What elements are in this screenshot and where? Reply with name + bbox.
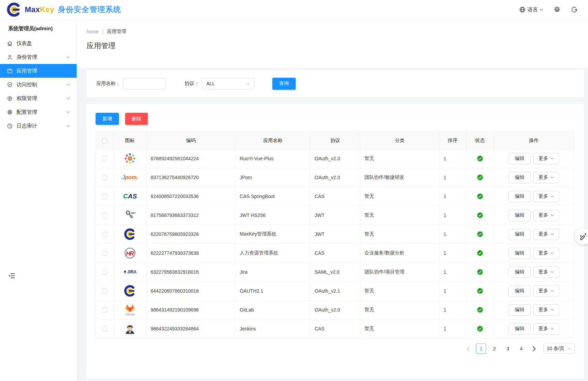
page-title: 应用管理: [87, 41, 116, 51]
status-enabled-icon: [477, 250, 483, 256]
app-category: 暂无: [360, 301, 439, 319]
app-sort: 1: [439, 301, 466, 319]
sidebar-item-dashboard[interactable]: 仪表盘: [0, 36, 77, 50]
chevron-down-icon: [551, 328, 554, 330]
row-checkbox[interactable]: [102, 194, 107, 199]
table-row: 876892492581044224RuoYi-Vue-PlusOAuth_v2…: [96, 149, 574, 168]
row-checkbox[interactable]: [102, 270, 107, 275]
language-switcher[interactable]: 语言: [519, 6, 543, 13]
edit-button[interactable]: 编辑: [509, 285, 531, 297]
status-enabled-icon: [477, 174, 483, 181]
app-name: GitLab: [236, 301, 311, 319]
edit-button[interactable]: 编辑: [509, 153, 531, 164]
edit-button[interactable]: 编辑: [509, 172, 531, 183]
row-checkbox[interactable]: [102, 307, 107, 313]
pagination-page-4[interactable]: 4: [516, 344, 526, 354]
status-enabled-icon: [477, 288, 483, 294]
current-user: 系统管理员(admin): [0, 20, 77, 32]
edit-button[interactable]: 编辑: [509, 304, 531, 316]
status-enabled-icon: [477, 155, 483, 162]
row-checkbox[interactable]: [102, 156, 107, 161]
row-checkbox[interactable]: [102, 175, 107, 180]
more-button[interactable]: 更多: [533, 153, 559, 164]
app-sort: 1: [439, 225, 466, 244]
sidebar-item-permission[interactable]: 权限管理: [0, 91, 77, 105]
app-protocol: CAS: [311, 319, 360, 338]
chevron-down-icon: [66, 56, 70, 58]
row-checkbox[interactable]: [102, 326, 107, 331]
pagination-next-icon[interactable]: [530, 344, 538, 354]
table-toolbar: 新增 删除: [96, 113, 575, 125]
add-button[interactable]: 新增: [96, 113, 119, 125]
table-header-row: 图标 编码 应用名称 协议 分类 排序 状态 操作: [96, 132, 574, 149]
row-checkbox[interactable]: [102, 289, 107, 294]
more-button[interactable]: 更多: [533, 285, 559, 297]
more-button[interactable]: 更多: [533, 304, 559, 316]
delete-button[interactable]: 删除: [125, 113, 148, 125]
application-icon: [7, 68, 13, 74]
more-button[interactable]: 更多: [533, 210, 559, 221]
pagination-page-2[interactable]: 2: [489, 344, 500, 354]
page-size-select[interactable]: 10 条/页: [543, 344, 575, 354]
app-name: RuoYi-Vue-Plus: [236, 149, 311, 168]
table-row: 644220607860310016OAUTH2.1OAuth_v2.1暂无1编…: [96, 282, 574, 301]
row-checkbox[interactable]: [102, 213, 107, 218]
row-checkbox[interactable]: [102, 251, 107, 256]
table-row: HR622227747938373638人力资源管理系统CAS企业服务/数据分析…: [96, 244, 574, 263]
protocol-select[interactable]: ALL: [202, 78, 254, 89]
app-name: JWT HS256: [236, 206, 311, 225]
maxkey-app-icon: [113, 285, 146, 297]
app-name: 人力资源管理系统: [236, 244, 311, 263]
edit-button[interactable]: 编辑: [509, 210, 531, 221]
column-header-protocol: 协议: [311, 132, 360, 149]
edit-button[interactable]: 编辑: [509, 323, 531, 335]
select-all-checkbox[interactable]: [102, 138, 107, 143]
app-code: 644220607860310016: [146, 282, 236, 301]
chevron-down-icon: [551, 252, 554, 254]
more-button[interactable]: 更多: [533, 266, 559, 278]
edit-button[interactable]: 编辑: [509, 229, 531, 240]
more-button[interactable]: 更多: [533, 323, 559, 335]
chevron-down-icon: [551, 290, 554, 292]
logout-icon[interactable]: [571, 6, 578, 13]
chevron-down-icon: [246, 83, 250, 85]
app-name-input[interactable]: [123, 78, 165, 89]
app-code: 632279563832918016: [146, 263, 236, 282]
sidebar-item-access[interactable]: 访问控制: [0, 78, 77, 91]
audit-icon: [7, 123, 13, 129]
pagination-page-3[interactable]: 3: [503, 344, 513, 354]
access-icon: [7, 82, 13, 88]
sidebar-item-audit[interactable]: 日志审计: [0, 119, 77, 133]
row-checkbox[interactable]: [102, 232, 107, 237]
sidebar-item-identity[interactable]: 身份管理: [0, 50, 77, 64]
maxkey-app-icon: [113, 228, 146, 240]
chevron-down-icon: [551, 176, 554, 178]
sidebar-item-application[interactable]: 应用管理: [0, 64, 77, 78]
maxkey-logo-icon: [7, 2, 21, 17]
edit-button[interactable]: 编辑: [509, 266, 531, 278]
edit-button[interactable]: 编辑: [509, 191, 531, 202]
sidebar-item-config[interactable]: 配置管理: [0, 105, 77, 119]
chevron-down-icon: [551, 271, 554, 273]
more-button[interactable]: 更多: [533, 248, 559, 259]
more-button[interactable]: 更多: [533, 172, 559, 183]
breadcrumb-home-link[interactable]: home: [87, 29, 99, 34]
app-header: MaxKey 身份安全管理系统 语言: [0, 0, 588, 20]
pagination-prev-icon[interactable]: [464, 344, 473, 354]
edit-button[interactable]: 编辑: [509, 248, 531, 259]
more-button[interactable]: 更多: [533, 191, 559, 202]
app-category: 暂无: [360, 187, 439, 206]
chevron-down-icon: [551, 214, 554, 216]
app-protocol: OAuth_v2.0: [311, 301, 360, 319]
pagination-page-1[interactable]: 1: [476, 344, 486, 354]
app-code: 986432249333284864: [146, 319, 236, 338]
sidebar-menu: 仪表盘身份管理应用管理访问控制权限管理配置管理日志审计: [0, 36, 77, 133]
settings-gear-icon[interactable]: [554, 6, 560, 13]
page-size-value: 10 条/页: [547, 346, 564, 352]
app-protocol: CAS: [311, 187, 360, 206]
menu-fold-icon[interactable]: [8, 272, 15, 279]
search-button[interactable]: 查询: [272, 78, 296, 90]
pagination: 1234 10 条/页: [96, 344, 575, 354]
more-button[interactable]: 更多: [533, 229, 559, 240]
chevron-down-icon: [66, 97, 70, 100]
